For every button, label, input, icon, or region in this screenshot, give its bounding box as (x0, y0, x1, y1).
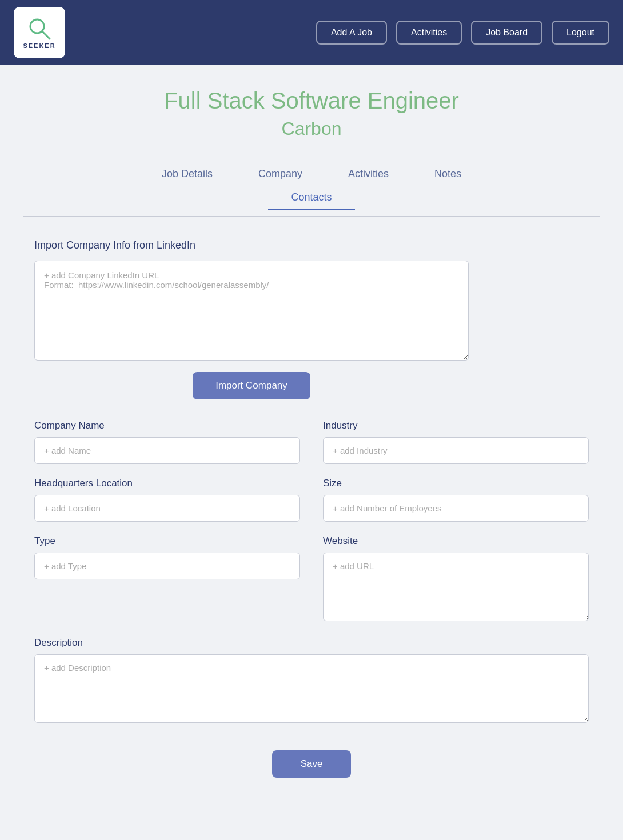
size-input[interactable] (323, 495, 589, 522)
hq-location-group: Headquarters Location (34, 478, 300, 522)
svg-line-1 (42, 31, 50, 39)
import-section-label: Import Company Info from LinkedIn (34, 239, 589, 251)
main-content: Import Company Info from LinkedIn Import… (0, 217, 623, 801)
save-row: Save (34, 750, 589, 778)
import-btn-row: Import Company (34, 372, 469, 399)
industry-input[interactable] (323, 437, 589, 464)
logo-label: SEEKER (23, 42, 55, 49)
type-label: Type (34, 535, 300, 547)
website-label: Website (323, 535, 589, 547)
type-input[interactable] (34, 553, 300, 579)
industry-group: Industry (323, 420, 589, 464)
industry-label: Industry (323, 420, 589, 431)
size-label: Size (323, 478, 589, 489)
save-button[interactable]: Save (272, 750, 352, 778)
linkedin-url-input[interactable] (34, 261, 469, 361)
tab-notes[interactable]: Notes (412, 162, 484, 186)
description-group: Description (34, 637, 589, 725)
search-icon (27, 16, 52, 41)
tab-nav: Job Details Company Activities Notes Con… (0, 151, 623, 217)
hq-location-label: Headquarters Location (34, 478, 300, 489)
tab-contacts[interactable]: Contacts (268, 186, 354, 210)
company-name: Carbon (11, 118, 612, 139)
hq-location-input[interactable] (34, 495, 300, 522)
import-company-button[interactable]: Import Company (193, 372, 310, 399)
job-title: Full Stack Software Engineer (11, 88, 612, 114)
add-job-button[interactable]: Add A Job (316, 21, 387, 45)
logo: SEEKER (14, 7, 65, 58)
tab-activities[interactable]: Activities (325, 162, 412, 186)
size-group: Size (323, 478, 589, 522)
company-name-group: Company Name (34, 420, 300, 464)
activities-button[interactable]: Activities (396, 21, 462, 45)
logout-button[interactable]: Logout (552, 21, 609, 45)
title-area: Full Stack Software Engineer Carbon (0, 65, 623, 151)
website-input[interactable] (323, 553, 589, 621)
company-name-input[interactable] (34, 437, 300, 464)
company-name-label: Company Name (34, 420, 300, 431)
tabs-row-1: Job Details Company Activities Notes (0, 151, 623, 186)
header: SEEKER Add A Job Activities Job Board Lo… (0, 0, 623, 65)
website-group: Website (323, 535, 589, 623)
nav-buttons: Add A Job Activities Job Board Logout (316, 21, 609, 45)
type-group: Type (34, 535, 300, 623)
job-board-button[interactable]: Job Board (471, 21, 542, 45)
tabs-row-2: Contacts (0, 186, 623, 210)
tab-company[interactable]: Company (235, 162, 325, 186)
company-form: Company Name Industry Headquarters Locat… (34, 420, 589, 739)
description-label: Description (34, 637, 589, 649)
tab-job-details[interactable]: Job Details (139, 162, 235, 186)
description-input[interactable] (34, 654, 589, 723)
